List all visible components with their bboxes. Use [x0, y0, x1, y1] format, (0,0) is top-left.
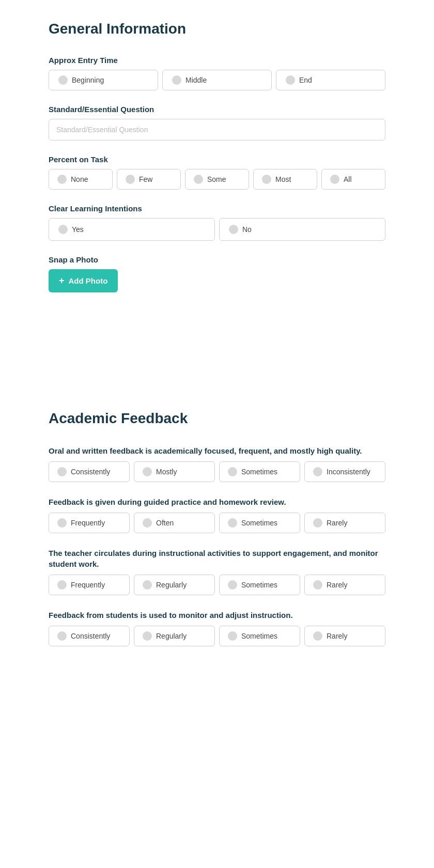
q4-options: Consistently Regularly Sometimes Rarely [49, 626, 385, 646]
yes-label: Yes [72, 225, 84, 234]
radio-circle [313, 631, 322, 641]
radio-circle [330, 175, 339, 184]
no-label: No [242, 225, 252, 234]
radio-circle [57, 175, 67, 184]
percent-most-label: Most [275, 175, 291, 183]
entry-time-end-label: End [299, 76, 312, 84]
percent-few[interactable]: Few [117, 169, 181, 190]
q1-mostly-label: Mostly [156, 468, 177, 476]
radio-circle [313, 518, 322, 528]
entry-time-beginning[interactable]: Beginning [49, 70, 158, 90]
radio-circle [57, 631, 67, 641]
q2-options: Frequently Often Sometimes Rarely [49, 513, 385, 533]
q3-regularly[interactable]: Regularly [134, 575, 215, 595]
radio-circle [143, 580, 152, 590]
add-photo-button[interactable]: + Add Photo [49, 269, 118, 292]
radio-circle [143, 518, 152, 528]
q4-label: Feedback from students is used to monito… [49, 610, 385, 621]
q4-sometimes[interactable]: Sometimes [219, 626, 300, 646]
radio-circle [58, 225, 68, 234]
q4-rarely-label: Rarely [327, 632, 347, 640]
percent-all[interactable]: All [321, 169, 385, 190]
section-divider [49, 307, 385, 410]
radio-circle [57, 518, 67, 528]
radio-circle [143, 631, 152, 641]
q2-rarely-label: Rarely [327, 519, 347, 527]
standard-question-input[interactable] [49, 119, 385, 141]
q4-regularly[interactable]: Regularly [134, 626, 215, 646]
q3-frequently[interactable]: Frequently [49, 575, 130, 595]
radio-circle [262, 175, 271, 184]
entry-time-middle[interactable]: Middle [162, 70, 272, 90]
q2-sometimes[interactable]: Sometimes [219, 513, 300, 533]
q1-sometimes-label: Sometimes [241, 468, 277, 476]
radio-circle [172, 75, 181, 85]
q2-frequently[interactable]: Frequently [49, 513, 130, 533]
radio-circle [57, 467, 67, 476]
q4-regularly-label: Regularly [156, 632, 187, 640]
percent-task-label: Percent on Task [49, 155, 385, 164]
q3-sometimes-label: Sometimes [241, 581, 277, 589]
q3-options: Frequently Regularly Sometimes Rarely [49, 575, 385, 595]
clear-learning-label: Clear Learning Intentions [49, 204, 385, 213]
q4-consistently[interactable]: Consistently [49, 626, 130, 646]
radio-circle [194, 175, 203, 184]
percent-most[interactable]: Most [253, 169, 317, 190]
q2-frequently-label: Frequently [71, 519, 105, 527]
radio-circle [313, 580, 322, 590]
q2-rarely[interactable]: Rarely [304, 513, 385, 533]
plus-icon: + [59, 275, 65, 286]
entry-time-label: Approx Entry Time [49, 56, 385, 65]
radio-circle [228, 631, 237, 641]
clear-learning-yes[interactable]: Yes [49, 218, 215, 241]
q2-label: Feedback is given during guided practice… [49, 497, 385, 507]
radio-circle [313, 467, 322, 476]
percent-task-group: None Few Some Most All [49, 169, 385, 190]
q1-sometimes[interactable]: Sometimes [219, 461, 300, 482]
q1-consistently[interactable]: Consistently [49, 461, 130, 482]
radio-circle [228, 518, 237, 528]
q3-rarely[interactable]: Rarely [304, 575, 385, 595]
percent-all-label: All [344, 175, 352, 183]
percent-none-label: None [71, 175, 88, 183]
add-photo-label: Add Photo [69, 276, 108, 285]
entry-time-beginning-label: Beginning [72, 76, 104, 84]
entry-time-group: Beginning Middle End [49, 70, 385, 90]
percent-few-label: Few [139, 175, 152, 183]
radio-circle [143, 467, 152, 476]
q2-often[interactable]: Often [134, 513, 215, 533]
q1-label: Oral and written feedback is academicall… [49, 445, 385, 456]
q2-often-label: Often [156, 519, 174, 527]
q4-consistently-label: Consistently [71, 632, 110, 640]
q1-inconsistently[interactable]: Inconsistently [304, 461, 385, 482]
percent-some[interactable]: Some [185, 169, 249, 190]
percent-some-label: Some [207, 175, 226, 183]
radio-circle [286, 75, 295, 85]
q3-label: The teacher circulates during instructio… [49, 548, 385, 569]
radio-circle [126, 175, 135, 184]
q1-consistently-label: Consistently [71, 468, 110, 476]
q2-sometimes-label: Sometimes [241, 519, 277, 527]
radio-circle [228, 580, 237, 590]
yes-no-group: Yes No [49, 218, 385, 241]
q3-rarely-label: Rarely [327, 581, 347, 589]
radio-circle [229, 225, 238, 234]
q3-frequently-label: Frequently [71, 581, 105, 589]
clear-learning-no[interactable]: No [219, 218, 385, 241]
q4-rarely[interactable]: Rarely [304, 626, 385, 646]
q1-inconsistently-label: Inconsistently [327, 468, 370, 476]
radio-circle [228, 467, 237, 476]
radio-circle [58, 75, 68, 85]
entry-time-middle-label: Middle [185, 76, 207, 84]
q1-mostly[interactable]: Mostly [134, 461, 215, 482]
academic-feedback-title: Academic Feedback [49, 410, 385, 427]
percent-none[interactable]: None [49, 169, 113, 190]
q4-sometimes-label: Sometimes [241, 632, 277, 640]
q1-options: Consistently Mostly Sometimes Inconsiste… [49, 461, 385, 482]
standard-question-label: Standard/Essential Question [49, 105, 385, 114]
snap-photo-label: Snap a Photo [49, 255, 385, 264]
q3-sometimes[interactable]: Sometimes [219, 575, 300, 595]
general-information-title: General Information [49, 21, 385, 37]
radio-circle [57, 580, 67, 590]
entry-time-end[interactable]: End [276, 70, 385, 90]
